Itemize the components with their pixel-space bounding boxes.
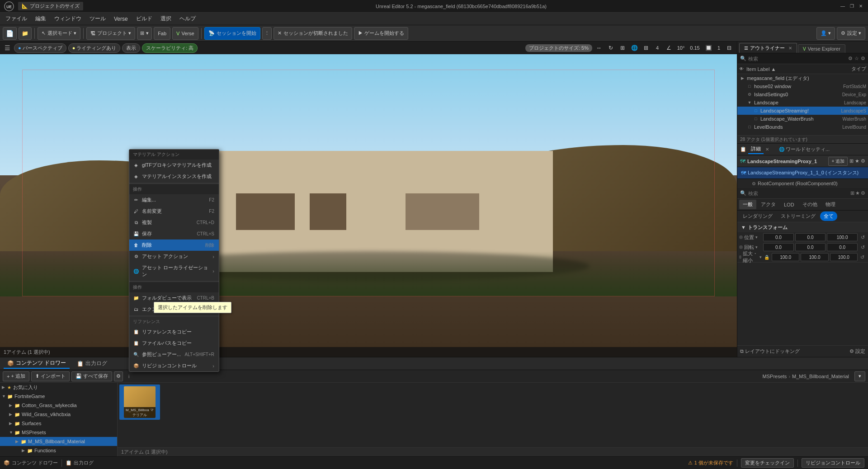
outliner-col-label[interactable]: Item Label ▲ (746, 66, 830, 72)
ctx-item-create-instance[interactable]: ◈ マテリアルインスタンスを作成 (129, 171, 219, 182)
outliner-settings-icon[interactable]: ⚙ (861, 56, 865, 61)
pos-y-input[interactable]: 0.0 (795, 233, 826, 241)
scalability-pill[interactable]: スケーラビリティ: 高 (142, 43, 198, 53)
fab-btn[interactable]: Fab (154, 27, 170, 40)
menu-help[interactable]: ヘルプ (176, 14, 199, 24)
outliner-item-landscape-streaming[interactable]: □ LandscapeStreaming! LandscapeS (737, 107, 868, 115)
vp-icon-angle[interactable]: ∠ (664, 43, 674, 53)
details-root-component[interactable]: ⚙ RootComponent (RootComponent0) (737, 179, 868, 188)
perspective-pill[interactable]: ● パースペクティブ (14, 43, 66, 53)
vp-icon-scale[interactable]: ⊞ (618, 43, 627, 53)
menu-tools[interactable]: ツール (86, 14, 109, 24)
drawer-add-btn[interactable]: + + 追加 (3, 371, 29, 381)
details-tab-active[interactable]: 詳細 (748, 145, 764, 154)
render-tab-rendering[interactable]: レンダリング (739, 211, 776, 221)
check-in-btn[interactable]: 変更をチェックイン (741, 458, 794, 468)
ctx-item-delete[interactable]: 🗑 削除 削除 (129, 239, 219, 251)
ctx-item-ref-viewer[interactable]: 🔍 参照ビューアー... ALT+SHIFT+R (129, 349, 219, 360)
session-start-btn[interactable]: 📡 セッションを開始 (204, 27, 260, 40)
details-filter-icon[interactable]: ★ (855, 158, 859, 164)
vp-icon-world[interactable]: 🌐 (629, 43, 639, 53)
status-output-log-btn[interactable]: 📋 出力ログ (66, 460, 94, 466)
menu-file[interactable]: ファイル (2, 14, 31, 24)
rot-z-input[interactable]: 0.0 (827, 243, 858, 251)
folder-mspresets[interactable]: ▼ 📁 MSPresets (0, 428, 117, 437)
status-content-drawer-btn[interactable]: 📦 コンテンツ ドロワー (4, 460, 58, 466)
vp-icon-layout[interactable]: ⊟ (724, 43, 734, 53)
folder-wild-grass[interactable]: ▶ 📁 Wild_Grass_vlkhcbxia (0, 410, 117, 419)
show-pill[interactable]: 表示 (122, 43, 140, 53)
details-search-input[interactable] (748, 191, 849, 196)
mode-select-btn[interactable]: ↖ 選択モード ▾ (38, 27, 80, 40)
toolbar-more-btn[interactable]: ⋮ (262, 27, 272, 40)
drawer-tab-output[interactable]: 📋 出力ログ (73, 359, 111, 368)
vp-icon-grid[interactable]: ⊞ (641, 43, 651, 53)
pos-x-input[interactable]: 0.0 (763, 233, 794, 241)
outliner-item-level-bounds[interactable]: □ LevelBounds LevelBound (737, 123, 868, 131)
folder-billboard-material[interactable]: ▶ 📁 M_MS_Billboard_Material (0, 437, 117, 446)
session-cut-btn[interactable]: ✕ セッションが切断されました (274, 27, 352, 40)
transform-header[interactable]: ▼ トランスフォーム (737, 222, 868, 232)
rot-expand-icon[interactable]: ▾ (755, 245, 758, 249)
pos-expand-icon[interactable]: ▾ (755, 235, 758, 239)
drawer-save-all-btn[interactable]: 💾 すべて保存 (71, 371, 112, 381)
ctx-item-rename[interactable]: 🖊 名前変更 F2 (129, 206, 219, 217)
details-settings-icon[interactable]: ⚙ (861, 158, 865, 164)
snap-btn[interactable]: ⊞▾ (137, 27, 152, 40)
project-btn[interactable]: 🏗 プロジェクト ▾ (86, 27, 135, 40)
content-item-billboard-material[interactable]: M_MS_Billboa マテリアル (119, 385, 160, 420)
restore-button[interactable]: ❐ (848, 3, 855, 10)
scale-expand-icon[interactable]: ▾ (760, 255, 762, 259)
drawer-import-btn[interactable]: ⬆ インポート (31, 371, 70, 381)
outliner-item-island[interactable]: ⚙ IslandSettings0 Device_Exp (737, 90, 868, 98)
viewport[interactable]: ☰ ● パースペクティブ ● ライティングあり 表示 スケーラビリティ: 高 プ… (0, 42, 737, 357)
menu-edit[interactable]: 編集 (32, 14, 50, 24)
ctx-item-edit[interactable]: ✏ 編集... F2 (129, 194, 219, 206)
rot-y-input[interactable]: 0.0 (795, 243, 826, 251)
tab-other[interactable]: その他 (799, 200, 821, 209)
vp-icon-translate[interactable]: ↔ (594, 43, 604, 53)
add-component-btn[interactable]: + 追加 (828, 157, 848, 166)
menu-build[interactable]: ビルド (132, 14, 156, 24)
folder-surfaces[interactable]: ▶ 📁 Surfaces (0, 419, 117, 428)
scale-z-input[interactable]: 100.0 (830, 253, 858, 261)
lighting-pill[interactable]: ● ライティングあり (68, 43, 121, 53)
ctx-item-asset-localize[interactable]: 🌐 アセット ローカライゼーション › (129, 262, 219, 280)
render-tab-all[interactable]: 全て (820, 211, 837, 221)
scale-x-input[interactable]: 100.0 (772, 253, 799, 261)
layout-dock-btn[interactable]: ⧉ レイアウトにドッキング (740, 348, 800, 355)
path-search-btn[interactable]: ▾ (854, 371, 865, 381)
verse-btn[interactable]: V Verse (172, 27, 198, 40)
minimize-button[interactable]: — (839, 3, 846, 10)
profile-btn[interactable]: 👤 ▾ (816, 27, 835, 40)
ctx-item-duplicate[interactable]: ⧉ 複製 CTRL+D (129, 217, 219, 228)
menu-verse[interactable]: Verse (110, 14, 132, 23)
outliner-filter-icon[interactable]: ☆ (854, 56, 859, 61)
ctx-item-revision-control[interactable]: 📦 リビジョンコントロール › (129, 360, 219, 371)
outliner-tab[interactable]: ☰ アウトライナー ✕ (739, 43, 797, 53)
details-gear-icon[interactable]: ⚙ (861, 190, 865, 196)
details-view-icon[interactable]: ⊞ (849, 158, 854, 164)
ctx-item-copy-filepath[interactable]: 📋 ファイルパスをコピー (129, 338, 219, 349)
drawer-options-btn[interactable]: ⚙ (114, 371, 123, 381)
scale-lock-icon[interactable]: 🔒 (763, 253, 770, 261)
world-settings-tab[interactable]: 🌐 ワールドセッティ... (776, 145, 832, 154)
outliner-item-root[interactable]: ▶ megascane_field (エディタ) (737, 74, 868, 82)
details-selected-instance[interactable]: 🗺 LandscapeStreamingProxy_1_1_0 (インスタンス) (737, 167, 868, 179)
close-button[interactable]: ✕ (857, 3, 864, 10)
rot-x-input[interactable]: 0.0 (763, 243, 794, 251)
folder-cotton-grass[interactable]: ▶ 📁 Cotton_Grass_wlykecdia (0, 401, 117, 410)
vp-icon-rotate[interactable]: ↻ (606, 43, 616, 53)
menu-select[interactable]: 選択 (157, 14, 175, 24)
details-grid-icon[interactable]: ⊞ (850, 190, 854, 196)
pos-z-input[interactable]: 100.0 (827, 233, 858, 241)
outliner-item-water-brush[interactable]: □ Landscape_WaterBrush WaterBrush (737, 115, 868, 123)
tab-lod[interactable]: LOD (780, 201, 798, 209)
path-part-1[interactable]: MSPresets (763, 374, 787, 379)
toolbar-open-btn[interactable]: 📁 (19, 27, 32, 40)
drawer-tab-content[interactable]: 📦 コンテンツ ドロワー (4, 358, 70, 369)
tab-material[interactable]: 物理 (822, 200, 839, 209)
ctx-item-create-proxy[interactable]: ◈ glTFプロキシマテリアルを作成 (129, 159, 219, 171)
hamburger-btn[interactable]: ☰ (3, 44, 12, 52)
outliner-col-type[interactable]: タイプ (830, 66, 866, 72)
